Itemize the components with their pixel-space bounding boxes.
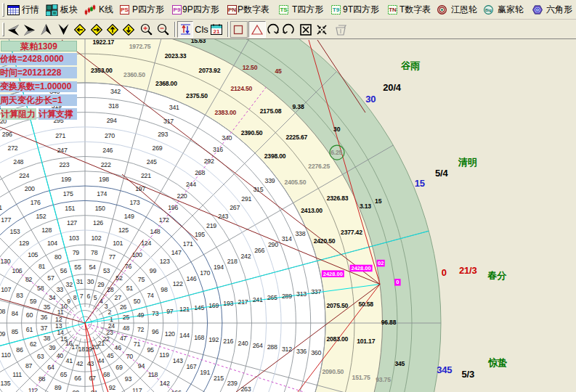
svg-text:2398.00: 2398.00: [264, 152, 286, 160]
svg-text:51: 51: [126, 285, 134, 292]
svg-text:192: 192: [208, 336, 219, 343]
svg-text:46: 46: [115, 344, 122, 351]
svg-text:15: 15: [415, 178, 425, 189]
svg-text:76: 76: [125, 263, 132, 270]
svg-text:290: 290: [268, 241, 278, 248]
svg-text:130: 130: [0, 258, 10, 265]
svg-text:112: 112: [28, 387, 38, 392]
svg-text:89: 89: [54, 384, 62, 391]
svg-text:340: 340: [222, 134, 232, 142]
svg-text:PS: PS: [121, 7, 129, 13]
svg-text:337: 337: [311, 288, 321, 295]
svg-text:152: 152: [36, 213, 46, 220]
svg-text:117: 117: [132, 387, 142, 392]
svg-text:109: 109: [0, 330, 6, 338]
svg-text:春分: 春分: [487, 270, 507, 281]
svg-text:248: 248: [13, 158, 23, 166]
svg-text:31: 31: [76, 278, 84, 285]
svg-text:45: 45: [275, 68, 282, 75]
svg-text:0: 0: [396, 279, 399, 285]
svg-text:2023.33: 2023.33: [165, 52, 187, 60]
svg-text:2375.50: 2375.50: [186, 92, 208, 99]
svg-text:75: 75: [138, 276, 145, 283]
svg-text:4: 4: [100, 298, 103, 305]
svg-text:66: 66: [74, 375, 81, 382]
svg-text:80: 80: [54, 253, 62, 261]
svg-text:47: 47: [120, 335, 127, 342]
svg-text:108: 108: [0, 308, 6, 315]
svg-text:271: 271: [55, 132, 65, 139]
svg-text:40: 40: [57, 352, 64, 359]
svg-text:86: 86: [16, 346, 23, 354]
svg-text:谷雨: 谷雨: [400, 60, 421, 71]
svg-text:84: 84: [12, 310, 19, 317]
svg-text:68: 68: [103, 371, 110, 378]
svg-text:148: 148: [150, 228, 161, 235]
svg-text:266: 266: [254, 247, 264, 254]
svg-text:145: 145: [194, 304, 204, 311]
svg-text:58: 58: [37, 285, 44, 292]
svg-text:127: 127: [67, 219, 77, 226]
svg-text:122: 122: [173, 280, 183, 287]
svg-text:85: 85: [12, 328, 19, 335]
svg-text:200: 200: [25, 185, 35, 192]
svg-text:167: 167: [186, 363, 196, 370]
svg-text:119: 119: [159, 351, 169, 359]
svg-text:316: 316: [213, 146, 223, 153]
svg-text:101: 101: [113, 240, 123, 247]
svg-text:175: 175: [63, 190, 73, 197]
svg-text:292: 292: [204, 158, 214, 165]
svg-text:TN: TN: [389, 7, 397, 13]
svg-text:2390.50: 2390.50: [241, 129, 263, 136]
svg-text:176: 176: [31, 199, 41, 206]
svg-text:126: 126: [93, 219, 103, 226]
svg-text:223: 223: [59, 161, 69, 168]
svg-text:3: 3: [105, 303, 108, 310]
svg-text:197: 197: [135, 185, 145, 192]
svg-text:21: 21: [214, 28, 220, 35]
svg-text:T9: T9: [333, 7, 340, 13]
svg-text:50: 50: [134, 298, 141, 305]
svg-text:106: 106: [12, 267, 23, 274]
svg-text:15: 15: [375, 197, 382, 205]
svg-text:191: 191: [200, 369, 210, 376]
svg-text:50.58: 50.58: [358, 301, 373, 308]
svg-text:219: 219: [206, 222, 216, 229]
svg-text:70: 70: [126, 353, 134, 360]
svg-text:291: 291: [241, 195, 251, 203]
svg-text:23: 23: [106, 329, 113, 336]
svg-text:1972.75: 1972.75: [129, 43, 151, 50]
svg-text:P9: P9: [174, 7, 181, 13]
svg-text:71: 71: [134, 340, 141, 348]
svg-text:93: 93: [125, 375, 132, 383]
svg-text:2090.50: 2090.50: [322, 368, 344, 375]
svg-text:Big: Big: [485, 8, 492, 12]
svg-text:125: 125: [118, 226, 129, 234]
svg-text:5/4: 5/4: [435, 168, 448, 179]
svg-text:242: 242: [240, 253, 251, 260]
svg-text:44: 44: [97, 357, 105, 364]
svg-text:98: 98: [161, 286, 168, 293]
svg-text:312: 312: [282, 346, 292, 353]
svg-text:201: 201: [0, 204, 2, 211]
svg-text:265: 265: [267, 294, 277, 301]
svg-text:2360.50: 2360.50: [123, 71, 145, 78]
svg-text:8: 8: [73, 294, 77, 301]
svg-text:82: 82: [25, 276, 33, 283]
svg-text:0: 0: [442, 267, 447, 278]
svg-text:2124.50: 2124.50: [230, 85, 252, 92]
svg-text:42: 42: [76, 360, 84, 367]
svg-text:111: 111: [12, 371, 22, 378]
svg-text:2420.50: 2420.50: [314, 237, 336, 245]
svg-text:77: 77: [109, 253, 116, 261]
svg-text:99: 99: [150, 267, 157, 274]
svg-text:240: 240: [238, 340, 248, 347]
svg-text:2073.92: 2073.92: [199, 67, 221, 74]
svg-text:123: 123: [160, 258, 170, 265]
svg-text:93.75: 93.75: [376, 376, 391, 383]
svg-text:37: 37: [41, 324, 48, 332]
svg-text:69: 69: [115, 364, 123, 371]
svg-text:170: 170: [200, 269, 210, 277]
svg-text:166: 166: [171, 389, 182, 392]
svg-text:PN: PN: [228, 7, 236, 13]
